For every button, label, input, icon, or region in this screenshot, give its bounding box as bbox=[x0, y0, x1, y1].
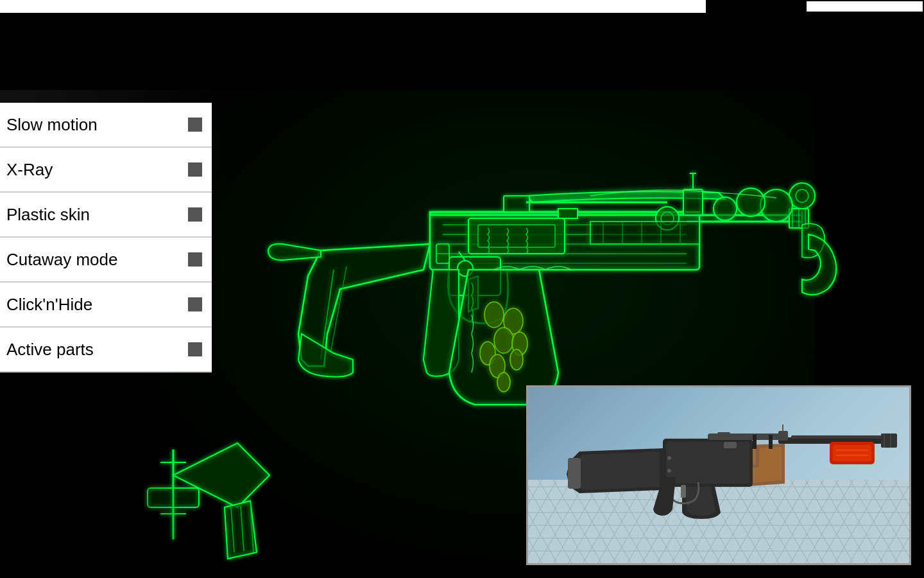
logo-area bbox=[805, 0, 924, 13]
feature-icon-slow-motion bbox=[188, 118, 202, 132]
feature-item-x-ray[interactable]: X-Ray bbox=[0, 148, 212, 193]
features-list: Slow motionX-RayPlastic skinCutaway mode… bbox=[0, 103, 212, 372]
feature-label-click-n-hide: Click'n'Hide bbox=[6, 295, 92, 315]
svg-point-86 bbox=[667, 469, 671, 473]
svg-rect-61 bbox=[881, 434, 897, 448]
feature-label-x-ray: X-Ray bbox=[6, 160, 53, 180]
feature-label-cutaway-mode: Cutaway mode bbox=[6, 250, 117, 270]
svg-rect-69 bbox=[833, 445, 871, 461]
feature-icon-active-parts bbox=[188, 342, 202, 356]
feature-item-cutaway-mode[interactable]: Cutaway mode bbox=[0, 238, 212, 283]
feature-item-slow-motion[interactable]: Slow motion bbox=[0, 103, 212, 148]
svg-point-85 bbox=[667, 456, 671, 460]
feature-item-click-n-hide[interactable]: Click'n'Hide bbox=[0, 283, 212, 328]
svg-point-48 bbox=[760, 189, 792, 222]
svg-rect-16 bbox=[504, 196, 529, 212]
svg-rect-77 bbox=[724, 442, 737, 448]
svg-rect-84 bbox=[769, 435, 773, 449]
svg-point-46 bbox=[789, 183, 815, 209]
feature-label-active-parts: Active parts bbox=[6, 340, 94, 360]
svg-rect-13 bbox=[683, 189, 703, 215]
feature-icon-x-ray bbox=[188, 162, 202, 177]
feature-icon-click-n-hide bbox=[188, 297, 202, 311]
svg-rect-75 bbox=[666, 442, 749, 484]
svg-rect-60 bbox=[791, 435, 887, 439]
svg-rect-78 bbox=[568, 458, 581, 489]
svg-rect-80 bbox=[778, 431, 788, 441]
svg-rect-12 bbox=[558, 209, 578, 218]
feature-label-slow-motion: Slow motion bbox=[6, 115, 98, 135]
feature-label-plastic-skin: Plastic skin bbox=[6, 205, 90, 225]
svg-rect-82 bbox=[717, 432, 730, 440]
feature-item-plastic-skin[interactable]: Plastic skin bbox=[0, 193, 212, 238]
feature-icon-cutaway-mode bbox=[188, 252, 202, 267]
feature-item-active-parts[interactable]: Active parts bbox=[0, 328, 212, 372]
svg-point-49 bbox=[737, 188, 765, 216]
svg-rect-76 bbox=[681, 485, 686, 498]
feature-icon-plastic-skin bbox=[188, 207, 202, 222]
svg-point-30 bbox=[484, 302, 504, 328]
inset-gun-container bbox=[526, 385, 911, 565]
svg-point-36 bbox=[510, 349, 523, 370]
svg-point-37 bbox=[497, 372, 510, 392]
svg-point-50 bbox=[714, 197, 737, 220]
svg-rect-83 bbox=[753, 435, 757, 449]
header-area bbox=[0, 0, 706, 13]
svg-point-32 bbox=[494, 328, 513, 353]
real-gun-svg bbox=[541, 394, 900, 522]
